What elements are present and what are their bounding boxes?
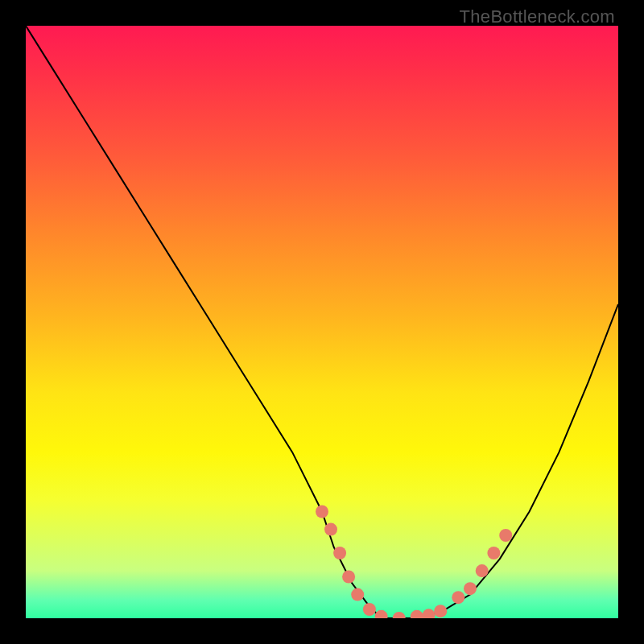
curve-markers <box>316 506 512 619</box>
marker-dot <box>393 612 406 618</box>
marker-dot <box>476 564 489 577</box>
marker-dot <box>333 547 346 559</box>
marker-dot <box>411 610 423 618</box>
marker-dot <box>499 529 512 542</box>
marker-dot <box>487 547 500 559</box>
chart-container: TheBottleneck.com <box>0 0 644 644</box>
marker-dot <box>464 582 477 595</box>
marker-dot <box>375 610 388 618</box>
plot-area <box>26 26 618 618</box>
marker-dot <box>363 603 376 616</box>
marker-dot <box>351 588 364 601</box>
marker-dot <box>434 605 447 617</box>
chart-svg <box>26 26 618 618</box>
brand-watermark: TheBottleneck.com <box>460 6 615 27</box>
marker-dot <box>324 523 337 536</box>
bottleneck-curve <box>26 26 618 618</box>
marker-dot <box>342 571 355 584</box>
marker-dot <box>316 506 328 518</box>
marker-dot <box>452 591 464 604</box>
marker-dot <box>423 609 436 618</box>
